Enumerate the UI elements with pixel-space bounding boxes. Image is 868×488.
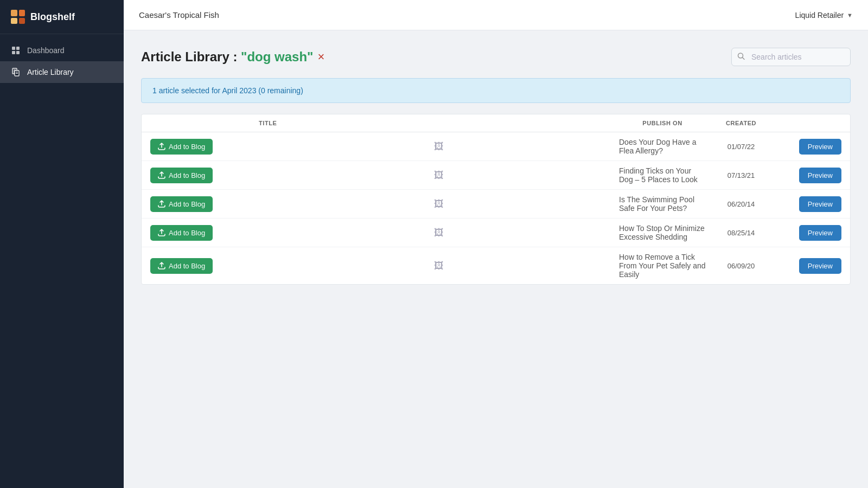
add-btn-label-4: Add to Blog: [169, 229, 205, 237]
sidebar-item-dashboard[interactable]: Dashboard: [0, 40, 124, 61]
action-cell-2: Add to Blog: [150, 168, 259, 183]
preview-button-2[interactable]: Preview: [799, 168, 841, 183]
created-date-5: 06/09/20: [727, 262, 755, 270]
upload-icon: [158, 143, 165, 150]
content-area: Article Library : "dog wash" × 1 article…: [124, 30, 868, 488]
article-library-icon: [11, 67, 21, 77]
col-header-action: [150, 120, 259, 126]
image-icon-4: 🖼: [434, 227, 444, 239]
search-input[interactable]: [731, 48, 851, 66]
article-title-4: How To Stop Or Minimize Excessive Sheddi…: [619, 224, 706, 241]
search-icon: [737, 53, 745, 62]
sidebar-nav: Dashboard Article Library: [0, 40, 124, 83]
svg-rect-1: [16, 47, 20, 50]
add-to-blog-button-4[interactable]: Add to Blog: [150, 225, 213, 241]
preview-cell-1: Preview: [776, 139, 841, 155]
preview-button-4[interactable]: Preview: [799, 225, 841, 241]
created-date-4: 08/25/14: [727, 229, 755, 237]
thumb-cell-3: 🖼: [259, 198, 619, 210]
add-btn-label-2: Add to Blog: [169, 171, 205, 179]
action-cell-3: Add to Blog: [150, 196, 259, 212]
logo-sq-2: [19, 10, 25, 16]
add-btn-label-5: Add to Blog: [169, 262, 205, 270]
created-cell-4: 08/25/14: [706, 229, 776, 237]
svg-rect-0: [12, 47, 15, 50]
created-cell-1: 01/07/22: [706, 143, 776, 151]
dashboard-icon: [11, 46, 21, 55]
thumb-cell-2: 🖼: [259, 170, 619, 181]
action-cell-4: Add to Blog: [150, 225, 259, 241]
logo-sq-3: [11, 18, 17, 24]
sidebar-logo: Blogshelf: [0, 0, 124, 34]
article-title-2: Finding Ticks on Your Dog – 5 Places to …: [619, 166, 706, 184]
topbar: Caesar's Tropical Fish Liquid Retailer ▼: [124, 0, 868, 30]
preview-cell-3: Preview: [776, 196, 841, 212]
title-cell-1: Does Your Dog Have a Flea Allergy?: [619, 138, 706, 155]
sidebar: Blogshelf Dashboard: [0, 0, 124, 488]
logo-text: Blogshelf: [30, 11, 75, 23]
preview-button-1[interactable]: Preview: [799, 139, 841, 155]
info-banner: 1 article selected for April 2023 (0 rem…: [141, 78, 851, 103]
created-cell-5: 06/09/20: [706, 262, 776, 270]
logo-sq-1: [11, 10, 17, 16]
dashboard-label: Dashboard: [27, 46, 65, 55]
article-title-5: How to Remove a Tick From Your Pet Safel…: [619, 253, 706, 279]
created-cell-2: 07/13/21: [706, 171, 776, 179]
table-row: Add to Blog 🖼 How to Remove a Tick From …: [142, 247, 850, 284]
article-title-1: Does Your Dog Have a Flea Allergy?: [619, 138, 706, 155]
sidebar-item-article-library[interactable]: Article Library: [0, 61, 124, 83]
article-title-3: Is The Swimming Pool Safe For Your Pets?: [619, 195, 706, 213]
user-label: Liquid Retailer: [795, 11, 844, 20]
upload-icon: [158, 171, 165, 179]
image-icon-2: 🖼: [434, 170, 444, 181]
svg-rect-3: [16, 51, 20, 54]
article-library-label: Article Library: [27, 68, 74, 76]
page-header: Article Library : "dog wash" ×: [141, 48, 851, 66]
main-content: Caesar's Tropical Fish Liquid Retailer ▼…: [124, 0, 868, 488]
thumb-cell-1: 🖼: [259, 141, 619, 152]
preview-button-5[interactable]: Preview: [799, 258, 841, 274]
search-query-value: "dog wash": [241, 49, 313, 64]
created-date-1: 01/07/22: [727, 143, 755, 151]
table-row: Add to Blog 🖼 Is The Swimming Pool Safe …: [142, 190, 850, 219]
table-row: Add to Blog 🖼 How To Stop Or Minimize Ex…: [142, 219, 850, 247]
upload-icon: [158, 200, 165, 208]
logo-icon: [11, 10, 25, 24]
user-menu[interactable]: Liquid Retailer ▼: [795, 11, 853, 20]
add-to-blog-button-3[interactable]: Add to Blog: [150, 196, 213, 212]
title-cell-2: Finding Ticks on Your Dog – 5 Places to …: [619, 166, 706, 184]
created-cell-3: 06/20/14: [706, 200, 776, 208]
action-cell-5: Add to Blog: [150, 258, 259, 274]
table-row: Add to Blog 🖼 Finding Ticks on Your Dog …: [142, 161, 850, 190]
title-cell-3: Is The Swimming Pool Safe For Your Pets?: [619, 195, 706, 213]
thumb-cell-5: 🖼: [259, 260, 619, 272]
title-cell-4: How To Stop Or Minimize Excessive Sheddi…: [619, 224, 706, 241]
svg-line-12: [743, 57, 745, 60]
table-header: TITLE PUBLISH ON CREATED: [142, 114, 850, 132]
thumb-cell-4: 🖼: [259, 227, 619, 239]
add-to-blog-button-1[interactable]: Add to Blog: [150, 139, 213, 155]
upload-icon: [158, 229, 165, 236]
table-row: Add to Blog 🖼 Does Your Dog Have a Flea …: [142, 132, 850, 161]
preview-cell-4: Preview: [776, 225, 841, 241]
banner-text: 1 article selected for April 2023 (0 rem…: [152, 86, 303, 95]
preview-cell-5: Preview: [776, 258, 841, 274]
add-to-blog-button-2[interactable]: Add to Blog: [150, 168, 213, 183]
svg-rect-2: [12, 51, 15, 54]
action-cell-1: Add to Blog: [150, 139, 259, 155]
clear-search-button[interactable]: ×: [318, 51, 325, 63]
upload-icon: [158, 262, 165, 269]
logo-sq-4: [19, 18, 25, 24]
col-header-publish: PUBLISH ON: [619, 120, 706, 126]
image-icon-1: 🖼: [434, 141, 444, 152]
add-btn-label-1: Add to Blog: [169, 143, 205, 151]
search-container: [731, 48, 851, 66]
title-prefix: Article Library :: [141, 49, 241, 64]
title-cell-5: How to Remove a Tick From Your Pet Safel…: [619, 253, 706, 279]
add-to-blog-button-5[interactable]: Add to Blog: [150, 258, 213, 274]
add-btn-label-3: Add to Blog: [169, 200, 205, 208]
preview-cell-2: Preview: [776, 168, 841, 183]
col-header-preview: [776, 120, 841, 126]
chevron-down-icon: ▼: [847, 12, 853, 18]
preview-button-3[interactable]: Preview: [799, 196, 841, 212]
